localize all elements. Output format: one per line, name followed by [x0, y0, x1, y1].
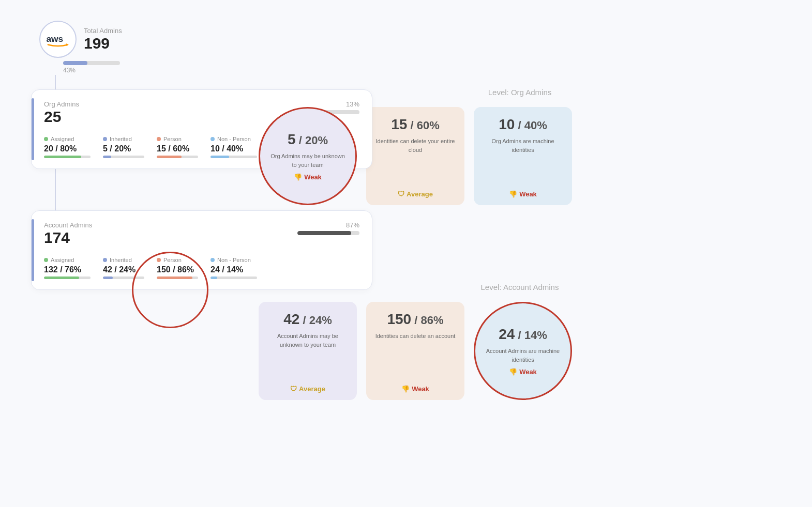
org-metric-card-1: 5 / 20% Org Admins may be unknown to you… — [259, 107, 357, 205]
org-metric-1-rating: 👎 Weak — [294, 173, 322, 181]
acct-metric-card-3-wrap: 24 / 14% Account Admins are machine iden… — [474, 302, 572, 400]
account-card-title: Account Admins — [44, 221, 92, 229]
account-card-value: 174 — [44, 229, 92, 247]
total-admins-block: Total Admins 199 — [84, 27, 122, 52]
acct-stat-inherited: Inherited 42 / 24% — [103, 257, 144, 279]
acct-stat-assigned-value: 132 / 76% — [44, 265, 91, 274]
acct-metric-1-rating: 🛡 Average — [290, 385, 325, 393]
v-connector-mid — [55, 169, 56, 210]
org-metric-3-desc: Org Admins are machine identities — [482, 137, 564, 186]
acct-stat-person: Person 150 / 86% — [157, 257, 198, 279]
average-icon-2: 🛡 — [290, 385, 297, 393]
acct-metric-card-3: 24 / 14% Account Admins are machine iden… — [474, 302, 572, 400]
org-metric-1-desc: Org Admins may be unknown to your team — [270, 152, 345, 169]
org-stat-assigned-label: Assigned — [44, 136, 91, 142]
org-stat-inherited-label: Inherited — [103, 136, 144, 142]
acct-person-dot — [157, 258, 161, 262]
acct-nonperson-dot — [210, 258, 215, 262]
org-stat-assigned-value: 20 / 80% — [44, 144, 91, 153]
aws-header: aws Total Admins 199 — [39, 21, 228, 58]
org-stat-inherited: Inherited 5 / 20% — [103, 136, 144, 158]
account-bar-percent: 87% — [297, 221, 359, 229]
acct-stat-nonperson: Non - Person 24 / 14% — [210, 257, 257, 279]
acct-metric-3-rating: 👎 Weak — [509, 368, 537, 376]
org-stat-person-label: Person — [157, 136, 198, 142]
left-panel: aws Total Admins 199 43% — [31, 21, 228, 426]
acct-metric-1-desc: Account Admins may be unknown to your te… — [267, 332, 349, 381]
weak-icon-1: 👎 — [294, 173, 302, 181]
account-card-left-accent — [32, 219, 34, 281]
org-stat-person: Person 15 / 60% — [157, 136, 198, 158]
weak-icon-2: 👎 — [509, 190, 517, 198]
card-left-accent — [32, 98, 34, 160]
account-card-right: 87% — [297, 221, 359, 235]
svg-text:aws: aws — [46, 34, 63, 44]
org-metric-card-1-wrap: 5 / 20% Org Admins may be unknown to you… — [259, 107, 357, 205]
weak-icon-4: 👎 — [509, 368, 517, 376]
account-bar-fill — [297, 231, 351, 235]
org-card-left: Org Admins 25 — [44, 100, 79, 126]
acct-metric-2-rating: 👎 Weak — [401, 385, 429, 393]
account-card-wrapper: Account Admins 174 87% — [31, 210, 228, 290]
acct-inherited-dot — [103, 258, 107, 262]
acct-assigned-dot — [44, 258, 48, 262]
org-metric-card-3: 10 / 40% Org Admins are machine identiti… — [474, 107, 572, 205]
org-stat-assigned: Assigned 20 / 80% — [44, 136, 91, 158]
acct-stat-person-value: 150 / 86% — [157, 265, 198, 274]
org-stat-person-bar — [157, 156, 198, 158]
weak-icon-3: 👎 — [401, 385, 410, 393]
account-stats-row: Assigned 132 / 76% Inherited 42 / — [44, 257, 359, 279]
org-card-value: 25 — [44, 108, 79, 126]
total-bar-fill — [63, 61, 87, 65]
org-metric-2-num: 15 / 60% — [391, 116, 440, 133]
org-stat-nonperson-label: Non - Person — [210, 136, 257, 142]
org-metrics-cards: 5 / 20% Org Admins may be unknown to you… — [259, 107, 781, 205]
total-admins-value: 199 — [84, 35, 122, 52]
inherited-dot — [103, 137, 107, 141]
account-bar-track — [297, 231, 359, 235]
org-stat-inherited-value: 5 / 20% — [103, 144, 144, 153]
account-card-header: Account Admins 174 87% — [44, 221, 359, 247]
org-stat-nonperson-bar — [210, 156, 257, 158]
account-card-left: Account Admins 174 — [44, 221, 92, 247]
total-bar-percent: 43% — [63, 67, 228, 74]
page-root: aws Total Admins 199 43% — [31, 21, 781, 426]
nonperson-dot — [210, 137, 215, 141]
org-metric-2-desc: Identities can delete your entire cloud — [374, 137, 456, 186]
total-admins-label: Total Admins — [84, 27, 122, 35]
org-card-wrapper: Org Admins 25 13% — [31, 89, 228, 169]
org-metric-card-2: 15 / 60% Identities can delete your enti… — [366, 107, 464, 205]
org-metric-2-rating: 🛡 Average — [398, 190, 433, 198]
total-bar-container: 43% — [63, 61, 228, 74]
org-stat-nonperson: Non - Person 10 / 40% — [210, 136, 257, 158]
org-metric-1-num: 5 / 20% — [288, 131, 328, 148]
total-bar-track — [63, 61, 120, 65]
person-dot — [157, 137, 161, 141]
average-icon-1: 🛡 — [398, 190, 404, 198]
acct-metric-3-num: 24 / 14% — [499, 326, 547, 343]
org-card-title: Org Admins — [44, 100, 79, 108]
org-stat-assigned-bar — [44, 156, 91, 158]
acct-metric-2-num: 150 / 86% — [387, 311, 443, 328]
acct-stat-inherited-value: 42 / 24% — [103, 265, 144, 274]
org-metric-3-rating: 👎 Weak — [509, 190, 537, 198]
acct-metric-2-desc: Identities can delete an account — [375, 332, 456, 381]
acct-stat-nonperson-value: 24 / 14% — [210, 265, 257, 274]
acct-metric-3-desc: Account Admins are machine identities — [486, 347, 560, 364]
account-metrics-section: Level: Account Admins 42 / 24% Account A… — [259, 283, 781, 400]
acct-stat-assigned: Assigned 132 / 76% — [44, 257, 91, 279]
acct-metric-card-2: 150 / 86% Identities can delete an accou… — [366, 302, 464, 400]
org-metric-3-num: 10 / 40% — [499, 116, 547, 133]
org-stat-inherited-bar — [103, 156, 144, 158]
acct-metric-card-1: 42 / 24% Account Admins may be unknown t… — [259, 302, 357, 400]
acct-metric-1-num: 42 / 24% — [283, 311, 332, 328]
account-metrics-cards: 42 / 24% Account Admins may be unknown t… — [259, 302, 781, 400]
aws-logo: aws — [39, 21, 77, 58]
org-stat-person-value: 15 / 60% — [157, 144, 198, 153]
org-stat-nonperson-value: 10 / 40% — [210, 144, 257, 153]
v-connector-top — [55, 75, 56, 89]
assigned-dot — [44, 137, 48, 141]
account-admins-card: Account Admins 174 87% — [31, 210, 372, 290]
